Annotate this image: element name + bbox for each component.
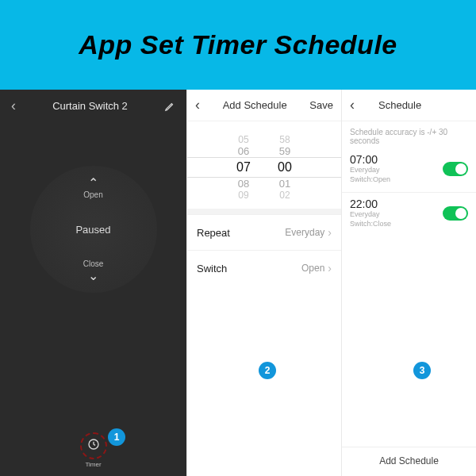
- panel-device: ‹ Curtain Switch 2 ⌃ Open Paused Close ⌄: [0, 90, 186, 476]
- chevron-right-icon: ›: [328, 262, 332, 274]
- picker-hour: 09: [232, 190, 255, 201]
- switch-row[interactable]: Switch Open›: [187, 250, 341, 286]
- close-label: Close: [83, 259, 104, 268]
- back-icon[interactable]: ‹: [195, 97, 200, 113]
- timer-highlight-ring: [80, 432, 107, 459]
- back-icon[interactable]: ‹: [350, 97, 355, 113]
- panel1-header: ‹ Curtain Switch 2: [0, 90, 186, 122]
- repeat-label: Repeat: [197, 227, 230, 239]
- banner-title: App Set Timer Schedule: [79, 29, 397, 60]
- picker-hour: 05: [232, 134, 255, 145]
- chevron-up-icon: ⌃: [83, 175, 102, 190]
- panel-schedule-list: ‹ Schedule Schedule accuracy is -/+ 30 s…: [341, 90, 476, 476]
- schedule-repeat: Everyday: [350, 210, 380, 218]
- section-gap: [187, 209, 341, 214]
- step-badge-2: 2: [259, 362, 276, 379]
- timer-button[interactable]: Timer: [80, 432, 107, 468]
- back-icon[interactable]: ‹: [11, 98, 16, 114]
- picker-minute-selected: 00: [273, 160, 297, 175]
- schedule-time: 07:00: [350, 153, 390, 166]
- panel2-header: ‹ Add Schedule Save: [187, 90, 341, 121]
- picker-hour-selected: 07: [232, 160, 255, 175]
- status-label: Paused: [75, 224, 110, 236]
- chevron-right-icon: ›: [328, 226, 332, 239]
- repeat-row[interactable]: Repeat Everyday›: [187, 214, 341, 250]
- switch-value: Open: [301, 263, 324, 274]
- timer-label: Timer: [80, 461, 107, 468]
- schedule-time: 22:00: [350, 198, 391, 210]
- device-title: Curtain Switch 2: [52, 100, 128, 112]
- panel-add-schedule: ‹ Add Schedule Save 0558 0659 0700 0801 …: [186, 90, 341, 476]
- panel3-header: ‹ Schedule: [342, 90, 476, 121]
- picker-hour: 06: [232, 145, 255, 157]
- clock-icon: [87, 438, 100, 454]
- picker-minute: 02: [273, 190, 297, 201]
- panel2-title: Add Schedule: [223, 99, 287, 111]
- panels: ‹ Curtain Switch 2 ⌃ Open Paused Close ⌄: [0, 90, 476, 476]
- picker-hour: 08: [232, 178, 255, 190]
- open-label: Open: [83, 190, 102, 199]
- edit-icon[interactable]: [164, 101, 175, 112]
- schedule-action: Switch:Open: [350, 175, 390, 183]
- picker-minute: 58: [273, 134, 297, 145]
- divider: [342, 192, 476, 193]
- panel3-title: Schedule: [378, 99, 421, 111]
- repeat-value: Everyday: [285, 227, 324, 238]
- picker-minute: 59: [273, 145, 297, 157]
- time-picker[interactable]: 0558 0659 0700 0801 0902: [187, 121, 341, 209]
- schedule-repeat: Everyday: [350, 166, 380, 174]
- schedule-item[interactable]: 07:00 Everyday Switch:Open: [342, 150, 476, 190]
- picker-minute: 01: [273, 178, 297, 190]
- chevron-down-icon: ⌄: [83, 268, 104, 283]
- schedule-action: Switch:Close: [350, 220, 391, 228]
- close-group[interactable]: Close ⌄: [83, 259, 104, 283]
- schedule-toggle[interactable]: [443, 206, 468, 221]
- schedule-item[interactable]: 22:00 Everyday Switch:Close: [342, 194, 476, 235]
- schedule-toggle[interactable]: [443, 162, 468, 176]
- step-badge-3: 3: [413, 362, 431, 379]
- curtain-dial: ⌃ Open Paused Close ⌄: [30, 166, 157, 293]
- switch-label: Switch: [197, 263, 227, 274]
- step-badge-1: 1: [108, 428, 125, 446]
- save-button[interactable]: Save: [309, 99, 333, 111]
- banner: App Set Timer Schedule: [0, 0, 476, 90]
- add-schedule-button[interactable]: Add Schedule: [342, 447, 476, 466]
- accuracy-note: Schedule accuracy is -/+ 30 seconds: [342, 121, 476, 150]
- open-group[interactable]: ⌃ Open: [83, 175, 102, 199]
